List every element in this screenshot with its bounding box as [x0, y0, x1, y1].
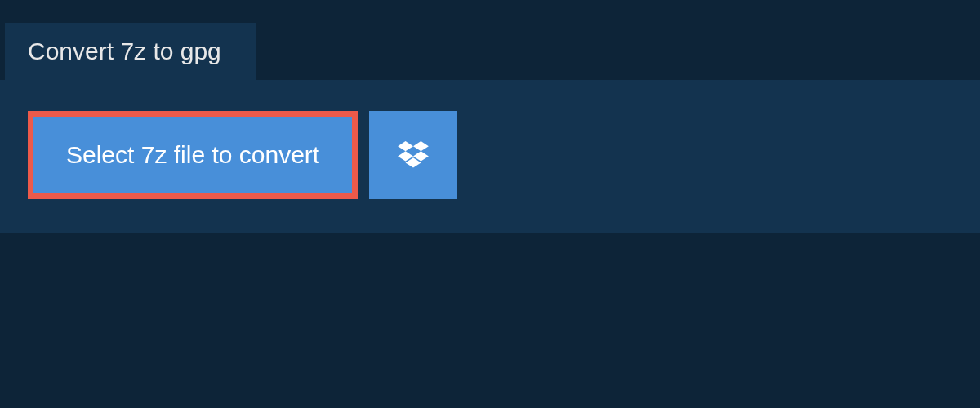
select-file-button[interactable]: Select 7z file to convert — [28, 111, 358, 199]
dropbox-icon — [398, 141, 429, 169]
convert-panel: Select 7z file to convert — [0, 80, 980, 233]
select-file-label: Select 7z file to convert — [66, 141, 319, 169]
tab-bar: Convert 7z to gpg — [0, 0, 980, 80]
tab-title: Convert 7z to gpg — [28, 38, 221, 64]
file-select-row: Select 7z file to convert — [28, 111, 952, 199]
dropbox-button[interactable] — [369, 111, 457, 199]
tab-convert[interactable]: Convert 7z to gpg — [5, 23, 256, 80]
